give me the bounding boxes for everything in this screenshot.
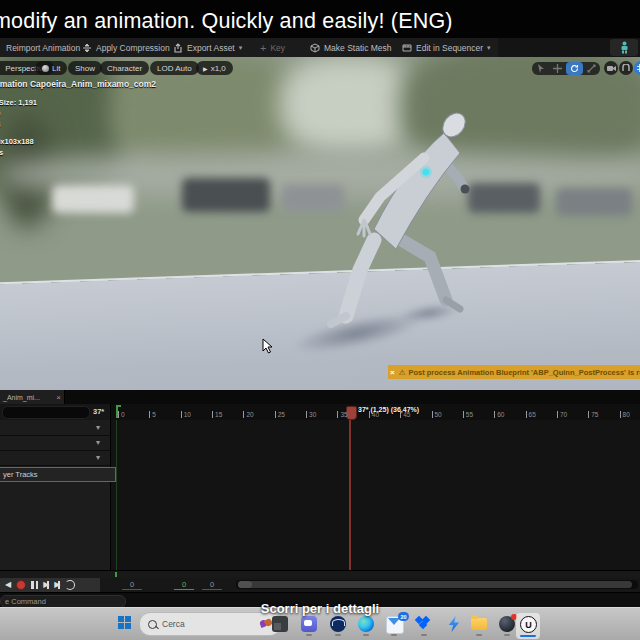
horizontal-scrollbar[interactable] — [236, 580, 638, 589]
scale-icon — [587, 64, 596, 73]
lit-button[interactable]: Lit — [35, 61, 67, 75]
export-icon — [173, 43, 183, 53]
running-indicator — [335, 634, 341, 636]
lit-label: Lit — [52, 64, 60, 73]
timeline-filter-box[interactable] — [2, 406, 90, 419]
track-row[interactable]: ▾ — [0, 450, 110, 466]
windows-start-button[interactable] — [118, 616, 131, 629]
cursor-icon — [537, 64, 545, 73]
plus-icon: + — [260, 42, 266, 54]
layer-tracks-button[interactable]: yer Tracks — [0, 467, 116, 482]
pause-button[interactable] — [31, 581, 38, 589]
mail-app-icon[interactable]: 20 — [386, 616, 404, 634]
mannequin-character[interactable] — [320, 95, 480, 355]
rotate-tool-button[interactable] — [566, 62, 583, 75]
select-tool-button[interactable] — [532, 62, 549, 75]
range-start-line — [116, 420, 117, 570]
transport-bar: ◀ ▶ ▶ 0 0 0 — [0, 578, 640, 592]
file-explorer-icon[interactable] — [471, 618, 487, 630]
animation-tab[interactable]: _Anim_mi... × — [0, 390, 65, 404]
cube-icon — [310, 43, 320, 53]
edge-browser-icon[interactable] — [358, 616, 374, 632]
ruler-tick: 20 — [243, 411, 253, 418]
lod-auto-button[interactable]: LOD Auto — [150, 61, 199, 75]
ruler-tick: 10 — [181, 411, 191, 418]
camera-speed-button[interactable] — [604, 61, 618, 75]
running-indicator — [391, 634, 397, 636]
compress-icon — [82, 43, 92, 53]
timeline-ruler[interactable]: 37* (1,25) (36,47%) 05101520253035404550… — [110, 404, 640, 420]
chevron-down-icon[interactable]: ▾ — [96, 438, 100, 447]
end-bar — [58, 581, 60, 589]
running-indicator — [421, 634, 427, 636]
sequencer-icon — [402, 43, 412, 53]
snap-button[interactable] — [619, 61, 633, 75]
track-area[interactable]: ▾ ▾ ▾ yer Tracks — [0, 420, 640, 570]
loop-button[interactable] — [65, 580, 75, 590]
key-button[interactable]: + Key — [260, 38, 285, 57]
debug-line: fps — [0, 148, 3, 157]
viewport[interactable]: Perspective Lit Show Character LOD Auto … — [0, 57, 640, 390]
ruler-tick: 70 — [557, 411, 567, 418]
edit-in-sequencer-label: Edit in Sequencer — [416, 43, 483, 53]
move-icon — [553, 64, 562, 73]
animation-timeline: _Anim_mi... × 37* 37* (1,25) (36,47%) 05… — [0, 390, 640, 607]
chat-app-icon[interactable] — [301, 616, 317, 632]
taskbar-app-icon[interactable] — [272, 616, 288, 632]
ruler-tick: 15 — [212, 411, 222, 418]
running-indicator — [363, 634, 369, 636]
scale-tool-button[interactable] — [583, 62, 600, 75]
chevron-down-icon[interactable]: ▾ — [96, 423, 100, 432]
ruler-tick: 30 — [306, 411, 316, 418]
close-icon[interactable]: × — [390, 368, 395, 377]
layer-tracks-label: yer Tracks — [3, 470, 38, 479]
tab-close-icon[interactable]: × — [56, 393, 61, 402]
search-highlight-icon — [260, 619, 272, 629]
track-row[interactable]: ▾ — [0, 420, 110, 436]
preview-mesh-button[interactable] — [610, 39, 638, 56]
lod-auto-label: LOD Auto — [157, 64, 192, 73]
unreal-engine-icon[interactable]: U — [516, 613, 540, 639]
dropbox-icon[interactable] — [416, 616, 432, 632]
make-static-mesh-button[interactable]: Make Static Mesh — [310, 38, 392, 57]
magnet-icon — [622, 64, 630, 72]
to-front-button[interactable]: ◀ — [5, 581, 11, 589]
scroll-hint-overlay: Scorri per i dettagli — [0, 601, 640, 616]
running-indicator — [476, 634, 482, 636]
transform-tools — [532, 62, 600, 75]
video-title: modify an animation. Quickly and easily!… — [0, 9, 453, 34]
lightning-app-icon[interactable] — [446, 616, 462, 632]
ruler-tick: 5 — [149, 411, 156, 418]
reimport-animation-button[interactable]: Reimport Animation — [6, 38, 80, 57]
move-tool-button[interactable] — [549, 62, 566, 75]
ruler-tick: 40 — [369, 411, 379, 418]
tab-strip: _Anim_mi... × — [0, 390, 640, 404]
character-button[interactable]: Character — [100, 61, 149, 75]
edit-in-sequencer-button[interactable]: Edit in Sequencer ▾ — [402, 38, 491, 57]
track-row[interactable]: ▾ — [0, 435, 110, 451]
background-car — [182, 178, 270, 212]
play-icon: ▶ — [203, 65, 208, 72]
disney-plus-icon[interactable] — [330, 616, 346, 632]
export-asset-button[interactable]: Export Asset ▾ — [173, 38, 242, 57]
ruler-tick: 45 — [400, 411, 410, 418]
apply-compression-button[interactable]: Apply Compression — [82, 38, 170, 57]
record-button[interactable] — [16, 580, 26, 590]
step-forward-button[interactable]: ▶ — [43, 581, 49, 589]
ruler-tick: 35 — [337, 411, 347, 418]
active-app-underline — [520, 635, 536, 638]
ruler-tick: 55 — [463, 411, 473, 418]
playback-speed-button[interactable]: ▶ x1,0 — [196, 61, 233, 75]
to-end-button[interactable]: ▶ — [54, 581, 60, 589]
character-label: Character — [107, 64, 142, 73]
playback-speed-label: x1,0 — [211, 64, 226, 73]
ruler-tick: 0 — [118, 411, 125, 418]
chevron-down-icon[interactable]: ▾ — [96, 453, 100, 462]
show-button[interactable]: Show — [68, 61, 102, 75]
warning-icon: ⚠ — [399, 368, 406, 377]
pause-bar — [31, 581, 34, 589]
track-outliner: ▾ ▾ ▾ yer Tracks — [0, 420, 111, 570]
camera-icon — [607, 65, 616, 72]
scrollbar-handle[interactable] — [238, 581, 632, 588]
notification-app-icon[interactable] — [499, 616, 515, 632]
